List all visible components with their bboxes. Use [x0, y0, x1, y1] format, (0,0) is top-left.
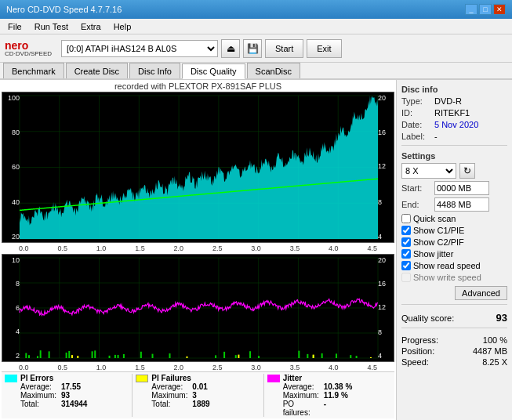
show-c2-checkbox[interactable]	[401, 237, 411, 247]
pi-failures-legend	[136, 375, 148, 382]
pi-errors-legend	[5, 375, 17, 382]
show-jitter-row: Show jitter	[401, 249, 507, 259]
pi-errors-max: 93	[61, 391, 70, 400]
type-row: Type: DVD-R	[401, 96, 507, 106]
toolbar: nero CD·DVD/SPEED [0:0] ATAPI iHAS124 B …	[0, 34, 512, 63]
show-jitter-checkbox[interactable]	[401, 249, 411, 259]
drive-select[interactable]: [0:0] ATAPI iHAS124 B AL0S	[61, 40, 218, 57]
quality-row: Quality score: 93	[401, 312, 507, 324]
jitter-avg: 10.38 %	[324, 382, 353, 391]
total-label: Total:	[20, 400, 58, 408]
id-value: RITEKF1	[434, 108, 470, 118]
show-read-speed-label: Show read speed	[413, 261, 481, 270]
tab-scan-disc[interactable]: ScanDisc	[247, 63, 300, 78]
progress-label: Progress:	[401, 335, 438, 345]
top-chart: 10080604020 20161284	[2, 92, 394, 243]
average-label: Average:	[20, 382, 58, 391]
pi-failures-total: 1889	[192, 400, 209, 408]
nero-logo: nero CD·DVD/SPEED	[5, 40, 52, 57]
jitter-stat: Jitter Average: 10.38 % Maximum: 11.9 % …	[267, 374, 391, 417]
end-input-label: End:	[401, 200, 431, 209]
chart-area: recorded with PLEXTOR PX-891SAF PLUS 100…	[0, 80, 396, 420]
quality-label: Quality score:	[401, 313, 454, 323]
advanced-button[interactable]: Advanced	[455, 286, 507, 300]
stats-bar: PI Errors Average: 17.55 Maximum: 93 Tot…	[2, 371, 394, 418]
speed-label: Speed:	[401, 357, 429, 367]
pi-errors-avg: 17.55	[61, 382, 81, 391]
quick-scan-checkbox[interactable]	[401, 214, 411, 223]
quick-scan-label: Quick scan	[413, 214, 456, 223]
top-x-axis: 0.00.51.01.52.0 2.53.03.54.04.5	[2, 244, 394, 252]
tab-bar: Benchmark Create Disc Disc Info Disc Qua…	[0, 63, 512, 80]
tab-create-disc[interactable]: Create Disc	[66, 63, 128, 78]
show-read-speed-row: Show read speed	[401, 261, 507, 270]
close-button[interactable]: ✕	[493, 4, 506, 15]
show-c1-row: Show C1/PIE	[401, 226, 507, 235]
window-controls: _ □ ✕	[465, 4, 506, 15]
start-input[interactable]	[434, 181, 489, 195]
maximum-label: Maximum:	[20, 391, 58, 400]
pi-failures-max: 3	[192, 391, 197, 400]
window-title: Nero CD-DVD Speed 4.7.7.16	[6, 5, 122, 14]
pi-errors-label: PI Errors	[20, 374, 129, 382]
pi-failures-label: PI Failures	[151, 374, 260, 382]
disc-info-title: Disc info	[401, 85, 507, 94]
progress-value: 100 %	[483, 335, 507, 345]
date-value: 5 Nov 2020	[434, 120, 478, 129]
start-button[interactable]: Start	[265, 39, 303, 58]
menu-run-test[interactable]: Run Test	[30, 20, 73, 33]
label-row: Label: -	[401, 132, 507, 141]
end-row: End:	[401, 197, 507, 212]
maximize-button[interactable]: □	[479, 4, 492, 15]
bottom-chart: 108642 20161284	[2, 254, 394, 362]
top-chart-canvas	[2, 92, 394, 242]
pi-failures-stat: PI Failures Average: 0.01 Maximum: 3 Tot…	[136, 374, 260, 417]
save-button[interactable]: 💾	[243, 39, 262, 58]
end-input[interactable]	[434, 197, 489, 212]
position-value: 4487 MB	[473, 346, 507, 356]
show-write-speed-row: Show write speed	[401, 273, 507, 282]
quick-scan-row: Quick scan	[401, 214, 507, 223]
po-failures-val: -	[324, 400, 326, 417]
settings-title: Settings	[401, 151, 507, 161]
cd-speed-brand: CD·DVD/SPEED	[5, 51, 52, 57]
show-c2-row: Show C2/PIF	[401, 237, 507, 247]
main-content: recorded with PLEXTOR PX-891SAF PLUS 100…	[0, 80, 512, 420]
tab-disc-quality[interactable]: Disc Quality	[182, 63, 245, 79]
bottom-x-axis: 0.00.51.01.52.0 2.53.03.54.04.5	[2, 364, 394, 371]
jitter-max: 11.9 %	[324, 391, 348, 400]
start-row: Start:	[401, 181, 507, 195]
label-value: -	[434, 132, 438, 141]
jitter-label: Jitter	[283, 374, 391, 382]
id-label: ID:	[401, 108, 431, 118]
show-read-speed-checkbox[interactable]	[401, 261, 411, 270]
menu-file[interactable]: File	[3, 20, 27, 33]
show-write-speed-label: Show write speed	[413, 273, 481, 282]
start-input-label: Start:	[401, 183, 431, 193]
chart-container: 10080604020 20161284 0.00.51.01.52.0 2.5…	[2, 92, 394, 371]
date-label: Date:	[401, 120, 431, 129]
speed-setting: 8 X Maximum 2 X 4 X 12 X 16 X ↻	[401, 163, 507, 179]
progress-row: Progress: 100 %	[401, 335, 507, 345]
exit-button[interactable]: Exit	[307, 39, 341, 58]
nero-brand: nero	[5, 40, 52, 51]
position-label: Position:	[401, 346, 434, 356]
refresh-button[interactable]: ↻	[459, 163, 475, 179]
id-row: ID: RITEKF1	[401, 108, 507, 118]
pi-failures-avg: 0.01	[192, 382, 207, 391]
show-write-speed-checkbox	[401, 273, 411, 282]
menu-help[interactable]: Help	[109, 20, 136, 33]
speed-select[interactable]: 8 X Maximum 2 X 4 X 12 X 16 X	[401, 163, 456, 179]
tab-disc-info[interactable]: Disc Info	[129, 63, 180, 78]
speed-row: Speed: 8.25 X	[401, 357, 507, 367]
bottom-chart-canvas	[2, 255, 394, 361]
show-c1-checkbox[interactable]	[401, 226, 411, 235]
tab-benchmark[interactable]: Benchmark	[3, 63, 64, 78]
menu-extra[interactable]: Extra	[76, 20, 106, 33]
right-panel: Disc info Type: DVD-R ID: RITEKF1 Date: …	[396, 80, 512, 420]
minimize-button[interactable]: _	[465, 4, 478, 15]
eject-button[interactable]: ⏏	[221, 39, 240, 58]
jitter-legend	[267, 375, 280, 382]
type-label: Type:	[401, 96, 431, 106]
show-c1-label: Show C1/PIE	[413, 226, 464, 235]
